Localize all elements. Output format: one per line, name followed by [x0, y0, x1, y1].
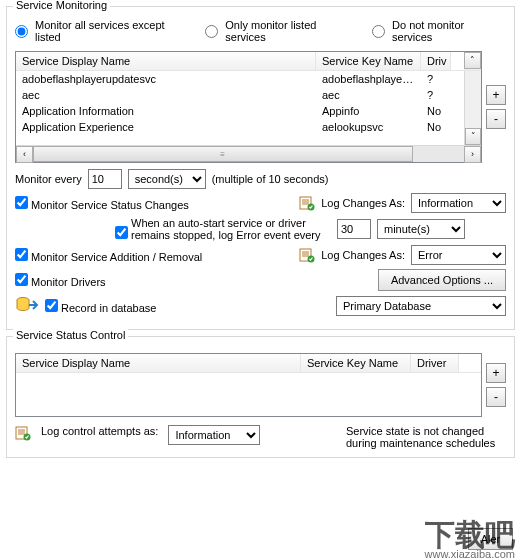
database-select[interactable]: Primary Database	[336, 296, 506, 316]
radio-except-label: Monitor all services except listed	[35, 19, 191, 43]
radio-except-input[interactable]	[15, 25, 28, 38]
cell-name: aec	[16, 87, 316, 103]
interval-unit-select[interactable]: second(s)	[128, 169, 206, 189]
table-row[interactable]: adobeflashplayerupdatesvc adobeflashplay…	[16, 71, 464, 87]
alert-button-truncated[interactable]: Aler	[468, 528, 513, 550]
table-buttons: + -	[486, 51, 506, 163]
status-table-head: Service Display Name Service Key Name Dr…	[16, 354, 481, 373]
add-remove-label: Monitor Service Addition / Removal	[31, 251, 202, 263]
monitor-interval-row: Monitor every second(s) (multiple of 10 …	[15, 169, 506, 189]
radio-except[interactable]: Monitor all services except listed	[15, 19, 191, 43]
record-db-row: Record in database Primary Database	[15, 295, 506, 317]
status-table-wrap: Service Display Name Service Key Name Dr…	[15, 353, 506, 417]
add-status-button[interactable]: +	[486, 363, 506, 383]
record-db-checkbox[interactable]: Record in database	[45, 299, 156, 314]
autostart-checkbox[interactable]: When an auto-start service or driver rem…	[115, 217, 331, 241]
monitor-mode-radios: Monitor all services except listed Only …	[15, 19, 506, 43]
table-row[interactable]: Application Experience aelookupsvc No	[16, 119, 464, 135]
cell-key: aelookupsvc	[316, 119, 421, 135]
log-attempts-level-select[interactable]: Information	[168, 425, 260, 445]
services-table-wrap: Service Display Name Service Key Name Dr…	[15, 51, 506, 163]
drivers-row: Monitor Drivers Advanced Options ...	[15, 269, 506, 291]
cell-name: adobeflashplayerupdatesvc	[16, 71, 316, 87]
cell-driver: ?	[421, 87, 451, 103]
radio-only-label: Only monitor listed services	[225, 19, 358, 43]
database-icon	[15, 295, 39, 317]
table-row[interactable]: aec aec ?	[16, 87, 464, 103]
service-status-control-group: Service Status Control Service Display N…	[6, 336, 515, 458]
log-attempts-label: Log control attempts as:	[41, 425, 158, 437]
scroll-left-button[interactable]: ‹	[16, 146, 33, 163]
log-icon	[15, 425, 31, 441]
remove-status-button[interactable]: -	[486, 387, 506, 407]
log-icon	[299, 195, 315, 211]
scroll-up-button[interactable]: ˄	[464, 52, 481, 69]
cell-driver: No	[421, 103, 451, 119]
record-db-label: Record in database	[61, 302, 156, 314]
status-changes-row: Monitor Service Status Changes Log Chang…	[15, 193, 506, 213]
col2-header-name[interactable]: Service Display Name	[16, 354, 301, 372]
autostart-value-input[interactable]	[337, 219, 371, 239]
horizontal-scrollbar[interactable]: ‹ ≡ ›	[16, 145, 481, 162]
col-header-key[interactable]: Service Key Name	[316, 52, 421, 70]
cell-key: adobeflashplayerupd...	[316, 71, 421, 87]
log-changes-label: Log Changes As:	[321, 197, 405, 209]
interval-label-after: (multiple of 10 seconds)	[212, 173, 329, 185]
status-table-buttons: + -	[486, 353, 506, 417]
status-footer-row: Log control attempts as: Information Ser…	[15, 425, 506, 449]
add-service-button[interactable]: +	[486, 85, 506, 105]
cell-key: aec	[316, 87, 421, 103]
cell-name: Application Information	[16, 103, 316, 119]
add-remove-row: Monitor Service Addition / Removal Log C…	[15, 245, 506, 265]
radio-only-input[interactable]	[205, 25, 218, 38]
add-remove-checkbox[interactable]: Monitor Service Addition / Removal	[15, 248, 202, 263]
maintenance-note: Service state is not changed during main…	[346, 425, 506, 449]
autostart-unit-select[interactable]: minute(s)	[377, 219, 465, 239]
status-changes-checkbox[interactable]: Monitor Service Status Changes	[15, 196, 189, 211]
status-control-legend: Service Status Control	[13, 329, 128, 341]
remove-service-button[interactable]: -	[486, 109, 506, 129]
radio-none[interactable]: Do not monitor services	[372, 19, 506, 43]
interval-value-input[interactable]	[88, 169, 122, 189]
add-remove-input[interactable]	[15, 248, 28, 261]
col-header-name[interactable]: Service Display Name	[16, 52, 316, 70]
col2-header-key[interactable]: Service Key Name	[301, 354, 411, 372]
status-changes-input[interactable]	[15, 196, 28, 209]
scroll-right-button[interactable]: ›	[464, 146, 481, 163]
cell-driver: No	[421, 119, 451, 135]
cell-key: Appinfo	[316, 103, 421, 119]
drivers-label: Monitor Drivers	[31, 276, 106, 288]
log-icon	[299, 247, 315, 263]
services-table[interactable]: Service Display Name Service Key Name Dr…	[15, 51, 482, 163]
cell-name: Application Experience	[16, 119, 316, 135]
record-db-input[interactable]	[45, 299, 58, 312]
radio-none-input[interactable]	[372, 25, 385, 38]
vertical-scrollbar[interactable]: ˅	[464, 71, 481, 145]
radio-only[interactable]: Only monitor listed services	[205, 19, 358, 43]
service-monitoring-group: Service Monitoring Monitor all services …	[6, 6, 515, 330]
drivers-checkbox[interactable]: Monitor Drivers	[15, 273, 106, 288]
services-table-head: Service Display Name Service Key Name Dr…	[16, 52, 481, 71]
scroll-down-button[interactable]: ˅	[465, 128, 481, 145]
advanced-options-button[interactable]: Advanced Options ...	[378, 269, 506, 291]
autostart-label: When an auto-start service or driver rem…	[131, 217, 331, 241]
col2-header-driver[interactable]: Driver	[411, 354, 459, 372]
service-monitoring-legend: Service Monitoring	[13, 0, 110, 11]
cell-driver: ?	[421, 71, 451, 87]
status-changes-label: Monitor Service Status Changes	[31, 199, 189, 211]
status-table[interactable]: Service Display Name Service Key Name Dr…	[15, 353, 482, 417]
status-changes-level-select[interactable]: Information	[411, 193, 506, 213]
scroll-thumb[interactable]: ≡	[33, 146, 413, 162]
status-table-body[interactable]	[16, 373, 481, 416]
radio-none-label: Do not monitor services	[392, 19, 506, 43]
services-table-body[interactable]: adobeflashplayerupdatesvc adobeflashplay…	[16, 71, 464, 145]
table-row[interactable]: Application Information Appinfo No	[16, 103, 464, 119]
autostart-row: When an auto-start service or driver rem…	[115, 217, 506, 241]
col-header-driver[interactable]: Driv	[421, 52, 451, 70]
drivers-input[interactable]	[15, 273, 28, 286]
add-remove-log-label: Log Changes As:	[321, 249, 405, 261]
interval-label-before: Monitor every	[15, 173, 82, 185]
autostart-input[interactable]	[115, 226, 128, 239]
add-remove-level-select[interactable]: Error	[411, 245, 506, 265]
